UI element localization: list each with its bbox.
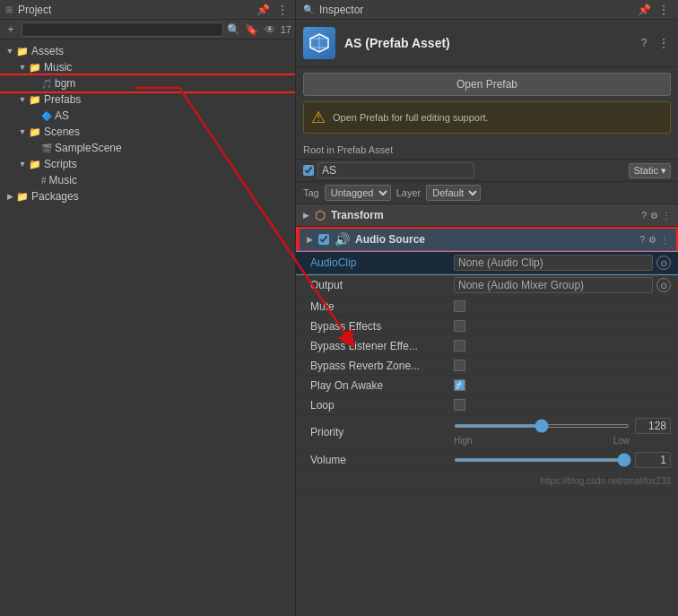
tree-item-samplescene[interactable]: 🎬 SampleScene: [0, 140, 295, 156]
tree-item-scenes[interactable]: ▼ 📁 Scenes: [0, 124, 295, 140]
priority-slider[interactable]: [454, 424, 630, 428]
output-picker-btn[interactable]: ⊙: [656, 278, 671, 292]
audio-source-help-btn[interactable]: ?: [639, 235, 645, 245]
audio-source-buttons: ? ⚙ ⋮: [639, 235, 669, 245]
mute-checkbox[interactable]: [454, 300, 465, 312]
tree-text-as: AS: [55, 109, 69, 122]
as-active-checkbox[interactable]: [303, 165, 314, 176]
tree-item-bgm[interactable]: 🎵 bgm: [0, 75, 295, 91]
inspector-pin-icon[interactable]: 📌: [637, 3, 651, 17]
tree-arrow-assets: ▼: [4, 47, 16, 56]
left-panel: + 🔍 🔖 👁 17 ▼ 📁 Assets: [0, 20, 296, 616]
bypass-effects-row: Bypass Effects: [296, 317, 678, 336]
play-on-awake-value: ✓: [454, 379, 671, 391]
priority-value-input[interactable]: 128: [635, 418, 671, 434]
tree-label-prefabs: 📁 Prefabs: [29, 93, 295, 106]
volume-label: Volume: [310, 454, 454, 466]
audioclip-field[interactable]: None (Audio Clip): [454, 255, 653, 271]
tree-text-scripts: Scripts: [44, 158, 77, 170]
tree-text-bgm: bgm: [55, 77, 75, 90]
help-icon[interactable]: ?: [637, 36, 651, 50]
right-panel: AS (Prefab Asset) ? ⋮ Open Prefab ⚠ Open…: [296, 20, 678, 616]
audio-source-menu-btn[interactable]: ⋮: [660, 235, 669, 245]
bypass-reverb-checkbox[interactable]: [454, 360, 465, 371]
object-header-right: ? ⋮: [637, 36, 671, 50]
project-pin-icon[interactable]: 📌: [256, 3, 270, 17]
tree-item-music[interactable]: ▼ 📁 Music: [0, 59, 295, 75]
tag-dropdown[interactable]: Untagged: [325, 185, 391, 201]
scene-icon-ss: 🎬: [41, 143, 52, 153]
project-menu-icon[interactable]: ⋮: [275, 3, 290, 17]
eye-icon[interactable]: 👁: [263, 22, 277, 37]
tree-arrow-packages: ▶: [4, 192, 16, 201]
project-panel-header: ⊞ Project 📌 ⋮: [0, 0, 296, 19]
priority-high-label: High: [454, 436, 473, 446]
bypass-listener-checkbox[interactable]: [454, 340, 465, 351]
main-layout: + 🔍 🔖 👁 17 ▼ 📁 Assets: [0, 20, 678, 616]
prefab-cube-icon: [303, 27, 335, 59]
output-text: None (Audio Mixer Group): [458, 279, 584, 291]
tree-label-music: 📁 Music: [29, 61, 295, 74]
transform-buttons: ? ⚙ ⋮: [641, 211, 671, 221]
folder-icon-scripts: 📁: [29, 159, 41, 170]
loop-value: [454, 399, 671, 411]
audio-icon-bgm: 🎵: [41, 79, 52, 89]
output-label: Output: [310, 279, 454, 291]
play-on-awake-checkbox[interactable]: ✓: [454, 379, 465, 391]
folder-icon-scenes: 📁: [29, 126, 41, 138]
tree-text-scenes: Scenes: [44, 126, 80, 138]
loop-row: Loop: [296, 395, 678, 415]
file-count: 17: [281, 24, 291, 35]
bookmark-icon[interactable]: 🔖: [245, 22, 259, 37]
static-button[interactable]: Static ▾: [629, 163, 671, 178]
priority-row: Priority 128 High Low: [296, 415, 678, 449]
object-name: AS (Prefab Asset): [344, 36, 628, 50]
tree-item-music-script[interactable]: # Music: [0, 172, 295, 188]
tree-label-ms: # Music: [41, 174, 295, 187]
as-component-row: Static ▾: [296, 160, 678, 182]
bypass-effects-label: Bypass Effects: [310, 320, 454, 333]
prefab-icon-as: 🔷: [41, 111, 52, 121]
script-icon-ms: #: [41, 176, 47, 186]
tree-item-assets[interactable]: ▼ 📁 Assets: [0, 43, 295, 59]
tree-item-prefabs[interactable]: ▼ 📁 Prefabs: [0, 91, 295, 108]
open-prefab-button[interactable]: Open Prefab: [303, 73, 671, 96]
audioclip-picker-btn[interactable]: ⊙: [656, 256, 671, 270]
transform-help-btn[interactable]: ?: [641, 211, 647, 221]
bypass-reverb-value: [454, 360, 671, 371]
tag-label: Tag: [303, 187, 319, 198]
inspector-icon: 🔍: [303, 4, 314, 14]
volume-slider[interactable]: [454, 458, 631, 462]
tree-item-as[interactable]: 🔷 AS: [0, 108, 295, 124]
search-input[interactable]: [22, 22, 223, 37]
audioclip-value: None (Audio Clip) ⊙: [454, 255, 671, 271]
pitch-row: https://blog.csdn.net/smallfox233: [296, 472, 678, 491]
project-toolbar: + 🔍 🔖 👁 17: [0, 20, 295, 39]
transform-settings-btn[interactable]: ⚙: [650, 211, 658, 221]
inspector-menu-icon[interactable]: ⋮: [656, 3, 671, 17]
loop-label: Loop: [310, 399, 454, 412]
layer-dropdown[interactable]: Default: [426, 185, 481, 201]
tree-item-scripts[interactable]: ▼ 📁 Scripts: [0, 156, 295, 172]
output-field[interactable]: None (Audio Mixer Group): [454, 277, 653, 293]
audio-source-header[interactable]: ▶ 🔊 Audio Source ? ⚙ ⋮: [296, 227, 678, 252]
volume-value-input[interactable]: 1: [635, 452, 671, 468]
add-button[interactable]: +: [4, 22, 18, 37]
search-icon[interactable]: 🔍: [227, 22, 241, 37]
tree-item-packages[interactable]: ▶ 📁 Packages: [0, 188, 295, 204]
loop-checkbox[interactable]: [454, 399, 465, 411]
static-label: Static: [633, 165, 658, 176]
folder-icon-music: 📁: [29, 62, 41, 74]
menu-icon[interactable]: ⋮: [656, 36, 671, 50]
audio-source-settings-btn[interactable]: ⚙: [648, 235, 656, 245]
as-name-input[interactable]: [317, 162, 474, 178]
transform-menu-btn[interactable]: ⋮: [662, 211, 671, 221]
audioclip-row: AudioClip None (Audio Clip) ⊙: [296, 252, 678, 274]
volume-row: Volume 1: [296, 449, 678, 472]
audio-source-active[interactable]: [318, 234, 329, 245]
bypass-reverb-row: Bypass Reverb Zone...: [296, 356, 678, 376]
tree-label-assets: 📁 Assets: [16, 45, 295, 57]
transform-header[interactable]: ▶ ⬡ Transform ? ⚙ ⋮: [296, 204, 678, 227]
mute-row: Mute: [296, 297, 678, 317]
bypass-effects-checkbox[interactable]: [454, 320, 465, 332]
